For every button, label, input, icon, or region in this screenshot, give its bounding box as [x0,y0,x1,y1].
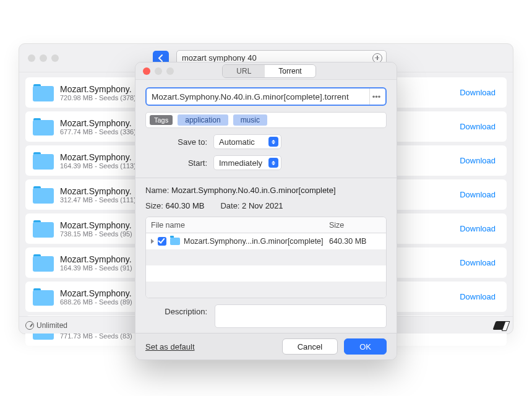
folder-icon [33,84,54,101]
name-field: Name: Mozart.Symphony.No.40.in.G.minor[c… [145,186,336,195]
start-label: Start: [145,158,207,168]
source-segment[interactable]: URL Torrent [222,64,315,78]
download-link[interactable]: Download [460,122,496,131]
download-link[interactable]: Download [460,258,496,267]
tags-label: Tags [150,115,173,125]
download-link[interactable]: Download [460,88,496,97]
folder-icon [33,118,54,136]
sheet-footer: Set as default Cancel OK [135,333,397,359]
search-text: mozart symphony 40 [182,53,257,62]
ok-button[interactable]: OK [344,338,387,355]
file-row[interactable]: Mozart.Symphony...in.G.minor[complete] 6… [146,233,386,249]
add-download-sheet: URL Torrent Mozart.Symphony.No.40.in.G.m… [135,62,397,360]
file-size: 640.30 MB [329,237,381,246]
eraser-icon[interactable] [492,321,508,330]
sheet-close-icon[interactable] [143,67,150,75]
tag-music[interactable]: music [233,114,267,126]
tab-torrent[interactable]: Torrent [265,65,315,77]
date-field: Date: 2 Nov 2021 [220,201,283,210]
col-size[interactable]: Size [329,221,381,230]
size-field: Size: 640.30 MB [145,201,204,210]
chevron-left-icon [158,54,164,62]
chevron-updown-icon [268,158,278,168]
window-controls[interactable] [28,54,59,62]
col-filename[interactable]: File name [151,221,329,230]
description-label: Description: [145,307,207,316]
sheet-max-icon [166,67,174,75]
tab-url[interactable]: URL [223,65,265,77]
save-to-select[interactable]: Automatic [213,134,281,149]
cancel-button[interactable]: Cancel [282,338,338,355]
sheet-min-icon [155,67,162,75]
chevron-updown-icon [268,137,278,147]
browse-button[interactable]: ••• [369,88,383,105]
file-name: Mozart.Symphony...in.G.minor[complete] [184,237,324,246]
folder-icon [33,152,54,170]
sheet-titlebar: URL Torrent [135,62,397,80]
download-link[interactable]: Download [460,292,496,301]
folder-icon [33,186,54,204]
save-to-label: Save to: [145,137,207,147]
download-link[interactable]: Download [460,190,496,199]
tags-field[interactable]: Tags application music [145,112,387,128]
files-table: File name Size Mozart.Symphony...in.G.mi… [145,217,387,298]
checkbox-icon[interactable] [158,237,166,246]
download-link[interactable]: Download [460,224,496,233]
traffic-max-icon[interactable] [51,54,59,62]
start-select[interactable]: Immediately [213,155,281,170]
traffic-close-icon[interactable] [28,54,35,62]
gauge-icon [25,321,34,330]
set-default-link[interactable]: Set as default [145,342,195,351]
folder-icon [33,220,54,238]
folder-icon [33,254,54,272]
description-input[interactable] [215,304,387,328]
folder-icon [33,288,54,306]
folder-icon [170,238,180,245]
speed-status: Unlimited [25,321,67,330]
torrent-path-value: Mozart.Symphony.No.40.in.G.minor[complet… [152,92,369,101]
tag-application[interactable]: application [178,114,228,126]
torrent-path-input[interactable]: Mozart.Symphony.No.40.in.G.minor[complet… [145,87,387,106]
traffic-min-icon[interactable] [40,54,47,62]
download-link[interactable]: Download [460,156,496,165]
disclosure-icon[interactable] [151,239,154,244]
